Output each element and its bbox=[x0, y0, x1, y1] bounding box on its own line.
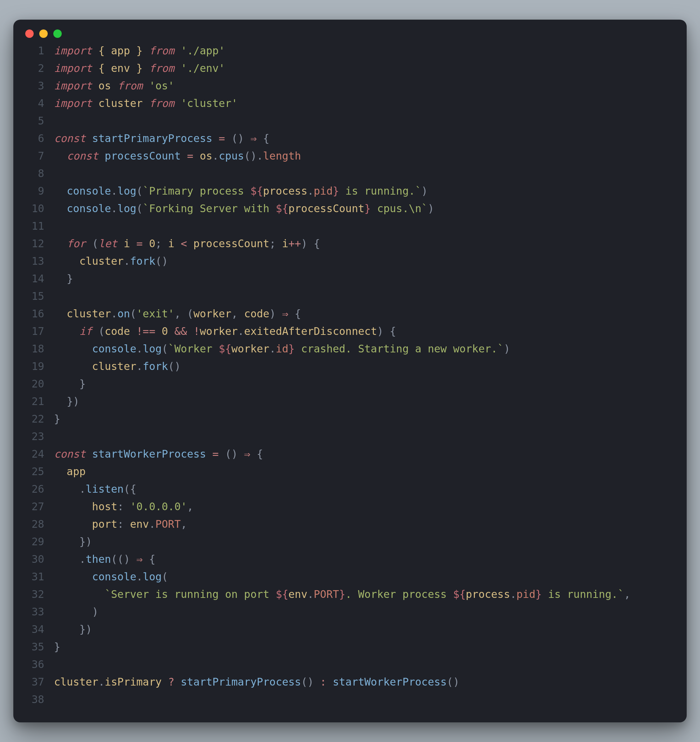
code-text: } bbox=[54, 410, 60, 428]
code-text bbox=[54, 691, 60, 708]
code-text: for (let i = 0; i < processCount; i++) { bbox=[54, 235, 320, 252]
code-text: app bbox=[54, 463, 85, 480]
line-number: 8 bbox=[21, 165, 54, 183]
code-line: 38 bbox=[21, 691, 676, 708]
code-line: 28 port: env.PORT, bbox=[21, 515, 676, 533]
code-line: 11 bbox=[21, 217, 676, 235]
line-number: 21 bbox=[21, 393, 54, 410]
code-line: 33 ) bbox=[21, 603, 676, 621]
code-line: 15 bbox=[21, 287, 676, 305]
code-text: const startPrimaryProcess = () ⇒ { bbox=[54, 130, 269, 147]
code-text bbox=[54, 656, 60, 673]
line-number: 18 bbox=[21, 340, 54, 358]
code-text: } bbox=[54, 638, 60, 656]
code-line: 20 } bbox=[21, 375, 676, 393]
code-text: .listen({ bbox=[54, 480, 136, 498]
code-line: 25 app bbox=[21, 463, 676, 480]
code-window: 1import { app } from './app'2import { en… bbox=[13, 20, 687, 722]
line-number: 10 bbox=[21, 200, 54, 217]
code-line: 12 for (let i = 0; i < processCount; i++… bbox=[21, 235, 676, 252]
code-text: console.log( bbox=[54, 568, 168, 586]
code-text: } bbox=[54, 270, 73, 287]
code-line: 9 console.log(`Primary process ${process… bbox=[21, 183, 676, 200]
code-text: console.log(`Forking Server with ${proce… bbox=[54, 200, 434, 217]
line-number: 22 bbox=[21, 410, 54, 428]
code-text: import { app } from './app' bbox=[54, 42, 225, 60]
line-number: 27 bbox=[21, 498, 54, 515]
code-line: 14 } bbox=[21, 270, 676, 287]
code-line: 10 console.log(`Forking Server with ${pr… bbox=[21, 200, 676, 217]
traffic-light-minimize-icon[interactable] bbox=[39, 29, 48, 38]
line-number: 37 bbox=[21, 673, 54, 691]
code-text: `Server is running on port ${env.PORT}. … bbox=[54, 586, 631, 603]
code-text: host: '0.0.0.0', bbox=[54, 498, 193, 515]
code-text: import os from 'os' bbox=[54, 77, 174, 95]
line-number: 34 bbox=[21, 621, 54, 638]
line-number: 12 bbox=[21, 235, 54, 252]
code-text: const processCount = os.cpus().length bbox=[54, 147, 301, 165]
code-text bbox=[54, 112, 60, 130]
code-line: 2import { env } from './env' bbox=[21, 60, 676, 77]
code-line: 34 }) bbox=[21, 621, 676, 638]
line-number: 35 bbox=[21, 638, 54, 656]
line-number: 6 bbox=[21, 130, 54, 147]
code-text: if (code !== 0 && !worker.exitedAfterDis… bbox=[54, 322, 396, 340]
code-text bbox=[54, 165, 60, 183]
code-line: 17 if (code !== 0 && !worker.exitedAfter… bbox=[21, 322, 676, 340]
line-number: 3 bbox=[21, 77, 54, 95]
traffic-light-close-icon[interactable] bbox=[25, 29, 34, 38]
code-text: }) bbox=[54, 393, 79, 410]
code-line: 16 cluster.on('exit', (worker, code) ⇒ { bbox=[21, 305, 676, 322]
line-number: 24 bbox=[21, 445, 54, 463]
code-line: 35} bbox=[21, 638, 676, 656]
code-line: 19 cluster.fork() bbox=[21, 358, 676, 375]
code-line: 24const startWorkerProcess = () ⇒ { bbox=[21, 445, 676, 463]
code-line: 6const startPrimaryProcess = () ⇒ { bbox=[21, 130, 676, 147]
code-line: 23 bbox=[21, 428, 676, 445]
code-text: cluster.on('exit', (worker, code) ⇒ { bbox=[54, 305, 301, 322]
line-number: 13 bbox=[21, 252, 54, 270]
code-line: 22} bbox=[21, 410, 676, 428]
code-editor: 1import { app } from './app'2import { en… bbox=[13, 42, 687, 708]
code-line: 3import os from 'os' bbox=[21, 77, 676, 95]
line-number: 9 bbox=[21, 183, 54, 200]
line-number: 7 bbox=[21, 147, 54, 165]
code-text: console.log(`Primary process ${process.p… bbox=[54, 183, 428, 200]
line-number: 19 bbox=[21, 358, 54, 375]
line-number: 16 bbox=[21, 305, 54, 322]
code-line: 8 bbox=[21, 165, 676, 183]
code-line: 21 }) bbox=[21, 393, 676, 410]
code-line: 32 `Server is running on port ${env.PORT… bbox=[21, 586, 676, 603]
line-number: 25 bbox=[21, 463, 54, 480]
line-number: 5 bbox=[21, 112, 54, 130]
code-text bbox=[54, 428, 60, 445]
line-number: 38 bbox=[21, 691, 54, 708]
code-line: 36 bbox=[21, 656, 676, 673]
code-text: }) bbox=[54, 621, 92, 638]
line-number: 20 bbox=[21, 375, 54, 393]
code-text: .then(() ⇒ { bbox=[54, 551, 155, 568]
code-text: ) bbox=[54, 603, 98, 621]
code-text: } bbox=[54, 375, 85, 393]
code-line: 1import { app } from './app' bbox=[21, 42, 676, 60]
code-text: cluster.fork() bbox=[54, 252, 168, 270]
code-line: 18 console.log(`Worker ${worker.id} cras… bbox=[21, 340, 676, 358]
line-number: 14 bbox=[21, 270, 54, 287]
line-number: 11 bbox=[21, 217, 54, 235]
code-text: cluster.fork() bbox=[54, 358, 181, 375]
line-number: 32 bbox=[21, 586, 54, 603]
code-line: 29 }) bbox=[21, 533, 676, 551]
window-titlebar bbox=[13, 20, 687, 42]
code-line: 5 bbox=[21, 112, 676, 130]
line-number: 26 bbox=[21, 480, 54, 498]
line-number: 23 bbox=[21, 428, 54, 445]
code-text: port: env.PORT, bbox=[54, 515, 187, 533]
line-number: 30 bbox=[21, 551, 54, 568]
code-line: 27 host: '0.0.0.0', bbox=[21, 498, 676, 515]
line-number: 29 bbox=[21, 533, 54, 551]
traffic-light-zoom-icon[interactable] bbox=[53, 29, 62, 38]
code-line: 13 cluster.fork() bbox=[21, 252, 676, 270]
line-number: 33 bbox=[21, 603, 54, 621]
line-number: 1 bbox=[21, 42, 54, 60]
line-number: 36 bbox=[21, 656, 54, 673]
